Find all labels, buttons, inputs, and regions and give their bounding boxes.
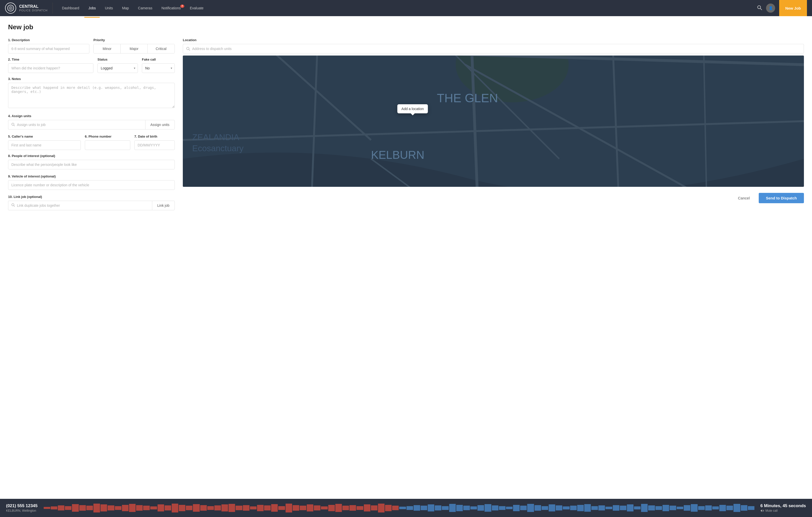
link-label: 10. Link job (optional): [8, 195, 175, 199]
svg-line-6: [14, 125, 15, 126]
svg-text:KELBURN: KELBURN: [371, 149, 424, 161]
fake-call-select[interactable]: No Yes: [142, 63, 175, 73]
dob-label: 7. Date of birth: [134, 135, 175, 138]
action-bar: Cancel Send to Dispatch: [183, 193, 804, 203]
svg-text:Ecosanctuary: Ecosanctuary: [192, 144, 243, 153]
vehicle-group: 9. Vehicle of interest (optional): [8, 174, 175, 190]
phone-col: 6. Phone number: [85, 135, 130, 150]
nav-notifications[interactable]: Notifications 7: [157, 4, 184, 12]
time-input[interactable]: [8, 63, 93, 73]
nav-cameras[interactable]: Cameras: [134, 4, 156, 12]
caller-col: 5. Caller's name: [8, 135, 81, 150]
map-search-bar: [183, 44, 804, 54]
status-select[interactable]: Logged Active Closed: [97, 63, 138, 73]
map-search-icon: [186, 47, 190, 51]
link-input[interactable]: [15, 201, 149, 210]
map-svg: NORTHLAND THE GLEN HIGHBURY KELBURN TE A…: [183, 56, 804, 187]
add-location-tooltip[interactable]: Add a location: [398, 104, 428, 113]
link-job-button[interactable]: Link job: [152, 201, 175, 210]
form-section: 1. Description Priority Minor Major Crit…: [8, 38, 175, 216]
cancel-button[interactable]: Cancel: [733, 193, 755, 203]
svg-text:THE GLEN: THE GLEN: [437, 91, 498, 105]
status-select-wrapper: Logged Active Closed: [97, 63, 138, 73]
assign-units-button[interactable]: Assign units: [145, 120, 175, 130]
dob-input[interactable]: [134, 140, 175, 150]
assign-input[interactable]: [15, 120, 142, 129]
time-col: 2. Time: [8, 58, 93, 73]
vehicle-input[interactable]: [8, 180, 175, 190]
svg-text:ZEALANDIA: ZEALANDIA: [192, 133, 239, 142]
status-label: Status: [97, 58, 138, 61]
nav-units[interactable]: Units: [101, 4, 117, 12]
fake-call-col: Fake call No Yes: [142, 58, 175, 73]
time-label: 2. Time: [8, 58, 93, 61]
location-label: Location: [183, 38, 804, 42]
svg-line-8: [14, 206, 15, 207]
priority-critical-button[interactable]: Critical: [148, 44, 174, 53]
svg-point-2: [10, 7, 11, 8]
priority-label: Priority: [93, 38, 175, 42]
navbar: CENTRAL POLICE DISPATCH Dashboard Jobs U…: [0, 0, 812, 16]
description-priority-row: 1. Description Priority Minor Major Crit…: [8, 38, 175, 54]
description-input[interactable]: [8, 44, 89, 54]
brand-name: CENTRAL: [19, 4, 48, 9]
fake-call-select-wrapper: No Yes: [142, 63, 175, 73]
dob-col: 7. Date of birth: [134, 135, 175, 150]
notes-textarea[interactable]: [8, 83, 175, 108]
caller-row: 5. Caller's name 6. Phone number 7. Date…: [8, 135, 175, 150]
phone-label: 6. Phone number: [85, 135, 130, 138]
brand-logo: [5, 2, 16, 13]
caller-input[interactable]: [8, 140, 81, 150]
brand-sub: POLICE DISPATCH: [19, 9, 48, 12]
assign-row: Assign units: [8, 120, 175, 130]
notes-group: 3. Notes: [8, 77, 175, 109]
nav-jobs[interactable]: Jobs: [84, 4, 100, 12]
map-section: Location: [183, 38, 804, 216]
link-search-icon: [11, 203, 15, 208]
people-label: 8. People of interest (optional): [8, 154, 175, 158]
nav-dashboard[interactable]: Dashboard: [58, 4, 83, 12]
main-content: New job 1. Description Priority Minor Ma…: [0, 16, 812, 499]
map-container[interactable]: NORTHLAND THE GLEN HIGHBURY KELBURN TE A…: [183, 56, 804, 187]
vehicle-label: 9. Vehicle of interest (optional): [8, 174, 175, 178]
link-row: Link job: [8, 201, 175, 210]
nav-links: Dashboard Jobs Units Map Cameras Notific…: [58, 4, 757, 12]
caller-label: 5. Caller's name: [8, 135, 81, 138]
link-group: 10. Link job (optional) Link job: [8, 195, 175, 210]
people-input[interactable]: [8, 160, 175, 169]
new-job-button[interactable]: New Job: [779, 0, 807, 16]
avatar[interactable]: 👤: [766, 3, 775, 12]
priority-minor-button[interactable]: Minor: [94, 44, 121, 53]
svg-line-4: [760, 8, 762, 10]
priority-col: Priority Minor Major Critical: [93, 38, 175, 54]
description-label: 1. Description: [8, 38, 89, 42]
assign-group: 4. Assign units Assign units: [8, 114, 175, 130]
form-map-container: 1. Description Priority Minor Major Crit…: [8, 38, 804, 216]
notifications-badge: 7: [180, 4, 184, 8]
assign-search-icon: [11, 123, 15, 127]
priority-group: Minor Major Critical: [93, 44, 175, 54]
map-search-input[interactable]: [190, 44, 801, 53]
navbar-right: 👤 New Job: [757, 0, 807, 16]
svg-line-10: [189, 50, 190, 51]
time-status-row: 2. Time Status Logged Active Closed Fake…: [8, 58, 175, 73]
status-col: Status Logged Active Closed: [97, 58, 138, 73]
search-icon[interactable]: [757, 5, 762, 11]
send-to-dispatch-button[interactable]: Send to Dispatch: [759, 193, 804, 203]
assign-input-wrap: [8, 120, 145, 130]
fake-call-label: Fake call: [142, 58, 175, 61]
nav-evaluate[interactable]: Evaluate: [186, 4, 207, 12]
page-title: New job: [8, 23, 804, 31]
nav-map[interactable]: Map: [118, 4, 133, 12]
phone-input[interactable]: [85, 140, 130, 150]
priority-major-button[interactable]: Major: [121, 44, 148, 53]
description-col: 1. Description: [8, 38, 89, 54]
people-group: 8. People of interest (optional): [8, 154, 175, 169]
notes-label: 3. Notes: [8, 77, 175, 81]
brand: CENTRAL POLICE DISPATCH: [5, 2, 53, 13]
link-input-wrap: [8, 201, 152, 210]
assign-label: 4. Assign units: [8, 114, 175, 118]
